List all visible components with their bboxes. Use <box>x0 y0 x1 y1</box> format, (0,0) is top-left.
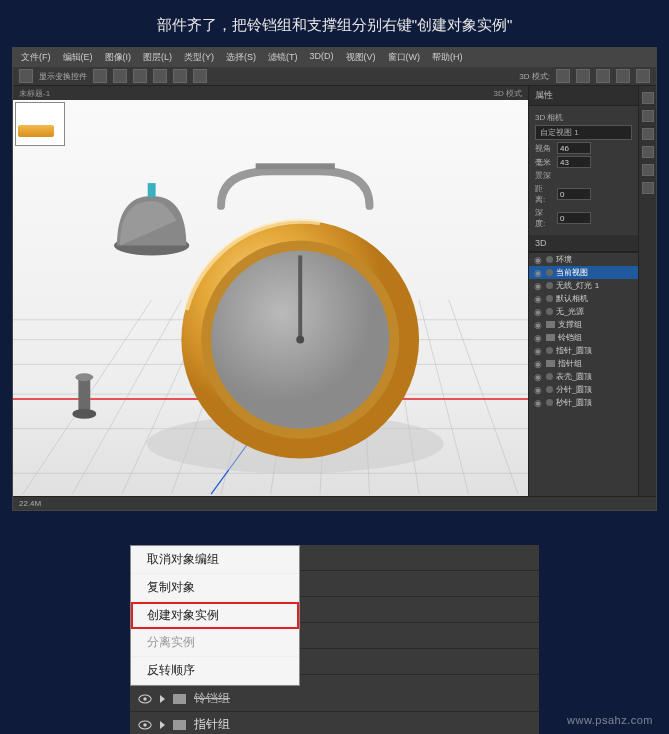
context-menu-item[interactable]: 反转顺序 <box>131 657 299 685</box>
fov-input[interactable] <box>557 142 591 154</box>
menu-view[interactable]: 视图(V) <box>342 50 380 65</box>
mm-label: 毫米 <box>535 157 553 168</box>
layer-name: 默认相机 <box>556 293 588 304</box>
doc-size: 22.4M <box>19 499 41 508</box>
menu-type[interactable]: 类型(Y) <box>180 50 218 65</box>
camera-label: 3D 相机 <box>535 112 563 123</box>
visibility-icon[interactable]: ◉ <box>533 372 543 382</box>
visibility-icon[interactable]: ◉ <box>533 307 543 317</box>
menu-edit[interactable]: 编辑(E) <box>59 50 97 65</box>
mode-icon-1[interactable] <box>556 69 570 83</box>
layer-name: 铃铛组 <box>558 332 582 343</box>
folder-icon <box>173 720 186 730</box>
mesh-icon <box>546 256 553 263</box>
menu-3d[interactable]: 3D(D) <box>306 50 338 65</box>
mesh-icon <box>546 386 553 393</box>
mesh-icon <box>546 373 553 380</box>
menu-file[interactable]: 文件(F) <box>17 50 55 65</box>
mesh-icon <box>546 269 553 276</box>
panel-icon-1[interactable] <box>642 92 654 104</box>
align-icon-2[interactable] <box>113 69 127 83</box>
expand-icon[interactable] <box>160 695 165 703</box>
mm-input[interactable] <box>557 156 591 168</box>
menu-help[interactable]: 帮助(H) <box>428 50 467 65</box>
mesh-icon <box>546 295 553 302</box>
layer-row[interactable]: 指针组 <box>130 712 539 734</box>
layer-row[interactable]: ◉环境 <box>529 253 638 266</box>
align-icon-3[interactable] <box>133 69 147 83</box>
layer-row[interactable]: ◉秒针_圆顶 <box>529 396 638 409</box>
context-menu-item[interactable]: 创建对象实例 <box>131 602 299 629</box>
mode-icon-2[interactable] <box>576 69 590 83</box>
layer-row[interactable]: ◉无_光源 <box>529 305 638 318</box>
layer-row[interactable]: ◉指针_圆顶 <box>529 344 638 357</box>
layer-name: 分针_圆顶 <box>556 384 592 395</box>
context-menu: 取消对象编组复制对象创建对象实例分离实例反转顺序 <box>130 545 300 686</box>
menu-bar: 文件(F) 编辑(E) 图像(I) 图层(L) 类型(Y) 选择(S) 滤镜(T… <box>13 48 656 67</box>
mode-icon-5[interactable] <box>636 69 650 83</box>
visibility-icon[interactable]: ◉ <box>533 294 543 304</box>
visibility-icon[interactable]: ◉ <box>533 398 543 408</box>
panel-icon-4[interactable] <box>642 146 654 158</box>
transform-checkbox-label: 显示变换控件 <box>39 71 87 82</box>
layer-row[interactable]: ◉表壳_圆顶 <box>529 370 638 383</box>
layer-name: 指针组 <box>194 716 230 733</box>
layer-row[interactable]: ◉无线_灯光 1 <box>529 279 638 292</box>
foot-base <box>72 409 96 419</box>
align-icon-4[interactable] <box>153 69 167 83</box>
menu-select[interactable]: 选择(S) <box>222 50 260 65</box>
align-icon[interactable] <box>93 69 107 83</box>
folder-icon <box>546 334 555 341</box>
visibility-icon[interactable]: ◉ <box>533 255 543 265</box>
options-bar: 显示变换控件 3D 模式: <box>13 67 656 86</box>
context-menu-item[interactable]: 取消对象编组 <box>131 546 299 574</box>
layer-row[interactable]: ◉当前视图 <box>529 266 638 279</box>
layer-row[interactable]: ◉支撑组 <box>529 318 638 331</box>
workspace: 未标题-1 3D 模式 <box>13 86 656 496</box>
align-icon-6[interactable] <box>193 69 207 83</box>
visibility-icon[interactable] <box>138 692 152 706</box>
depth-input[interactable] <box>557 212 591 224</box>
layer-row[interactable]: 铃铛组 <box>130 686 539 712</box>
layer-row[interactable]: ◉默认相机 <box>529 292 638 305</box>
layer-name: 秒针_圆顶 <box>556 397 592 408</box>
visibility-icon[interactable]: ◉ <box>533 281 543 291</box>
menu-image[interactable]: 图像(I) <box>101 50 136 65</box>
doc-title: 未标题-1 <box>19 88 50 99</box>
canvas-3d[interactable] <box>13 100 528 496</box>
visibility-icon[interactable]: ◉ <box>533 359 543 369</box>
context-menu-item[interactable]: 复制对象 <box>131 574 299 602</box>
view-dropdown[interactable]: 自定视图 1 <box>535 125 632 140</box>
visibility-icon[interactable]: ◉ <box>533 320 543 330</box>
panel-icon-5[interactable] <box>642 164 654 176</box>
visibility-icon[interactable]: ◉ <box>533 333 543 343</box>
visibility-icon[interactable]: ◉ <box>533 346 543 356</box>
visibility-icon[interactable]: ◉ <box>533 385 543 395</box>
foot-top <box>75 373 93 381</box>
dist-input[interactable] <box>557 188 591 200</box>
viewport-header: 未标题-1 3D 模式 <box>13 86 528 100</box>
layer-row[interactable]: ◉分针_圆顶 <box>529 383 638 396</box>
3d-layers-list[interactable]: ◉环境◉当前视图◉无线_灯光 1◉默认相机◉无_光源◉支撑组◉铃铛组◉指针_圆顶… <box>529 252 638 496</box>
menu-window[interactable]: 窗口(W) <box>384 50 425 65</box>
menu-layer[interactable]: 图层(L) <box>139 50 176 65</box>
menu-filter[interactable]: 滤镜(T) <box>264 50 302 65</box>
viewport-3d[interactable]: 未标题-1 3D 模式 <box>13 86 528 496</box>
panel-icon-2[interactable] <box>642 110 654 122</box>
move-tool-icon[interactable] <box>19 69 33 83</box>
layer-name: 环境 <box>556 254 572 265</box>
mode-icon-4[interactable] <box>616 69 630 83</box>
secondary-view[interactable] <box>15 102 65 146</box>
instruction-text: 部件齐了，把铃铛组和支撑组分别右键"创建对象实例" <box>0 0 669 47</box>
layer-row[interactable]: ◉指针组 <box>529 357 638 370</box>
viewport-mode: 3D 模式 <box>494 88 522 99</box>
visibility-icon[interactable] <box>138 718 152 732</box>
layer-row[interactable]: ◉铃铛组 <box>529 331 638 344</box>
align-icon-5[interactable] <box>173 69 187 83</box>
visibility-icon[interactable]: ◉ <box>533 268 543 278</box>
layer-name: 铃铛组 <box>194 690 230 707</box>
panel-icon-3[interactable] <box>642 128 654 140</box>
panel-icon-6[interactable] <box>642 182 654 194</box>
mode-icon-3[interactable] <box>596 69 610 83</box>
expand-icon[interactable] <box>160 721 165 729</box>
